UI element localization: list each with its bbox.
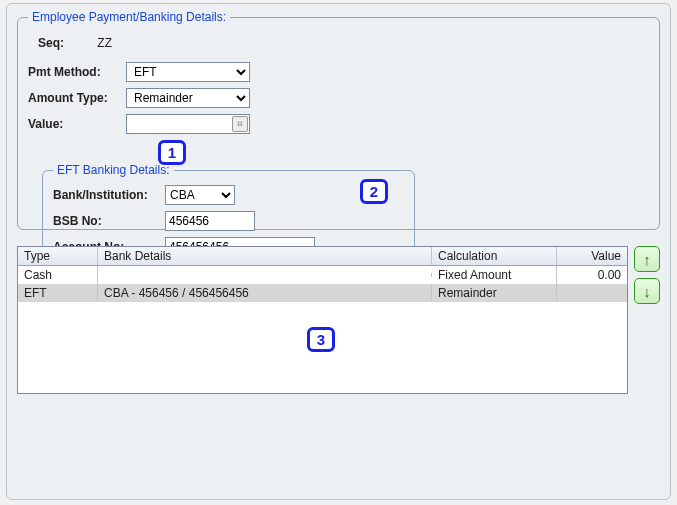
- amount-type-label: Amount Type:: [28, 91, 126, 105]
- bsb-input[interactable]: [165, 211, 255, 231]
- move-down-button[interactable]: ↓: [634, 278, 660, 304]
- col-value[interactable]: Value: [557, 247, 627, 265]
- badge-3: 3: [307, 327, 335, 352]
- cell-type: Cash: [18, 266, 98, 284]
- cell-type: EFT: [18, 284, 98, 302]
- value-label: Value:: [28, 117, 126, 131]
- seq-row: Seq: ZZ: [38, 36, 649, 50]
- arrow-up-icon: ↑: [643, 251, 651, 268]
- seq-value: ZZ: [97, 36, 112, 50]
- table-row[interactable]: EFTCBA - 456456 / 456456456Remainder: [18, 284, 627, 302]
- payment-form-left: Pmt Method: EFT Amount Type: Remainder V…: [28, 62, 274, 169]
- move-up-button[interactable]: ↑: [634, 246, 660, 272]
- grid-body: CashFixed Amount0.00EFTCBA - 456456 / 45…: [18, 266, 627, 302]
- arrow-down-icon: ↓: [643, 283, 651, 300]
- cell-calc: Remainder: [432, 284, 557, 302]
- payments-grid[interactable]: Type Bank Details Calculation Value Cash…: [17, 246, 628, 394]
- cell-calc: Fixed Amount: [432, 266, 557, 284]
- cell-bank: CBA - 456456 / 456456456: [98, 284, 432, 302]
- badge-2: 2: [360, 179, 388, 204]
- amount-type-select[interactable]: Remainder: [126, 88, 250, 108]
- col-type[interactable]: Type: [18, 247, 98, 265]
- eft-legend: EFT Banking Details:: [53, 163, 174, 177]
- cell-bank: [98, 273, 432, 277]
- bank-label: Bank/Institution:: [53, 188, 165, 202]
- table-row[interactable]: CashFixed Amount0.00: [18, 266, 627, 284]
- grid-header: Type Bank Details Calculation Value: [18, 247, 627, 266]
- payments-table-wrap: Type Bank Details Calculation Value Cash…: [17, 246, 660, 394]
- bank-select[interactable]: CBA: [165, 185, 235, 205]
- cell-value: 0.00: [557, 266, 627, 284]
- col-calc[interactable]: Calculation: [432, 247, 557, 265]
- bsb-label: BSB No:: [53, 214, 165, 228]
- pmt-method-label: Pmt Method:: [28, 65, 126, 79]
- calculator-icon[interactable]: ⌗: [232, 116, 248, 132]
- cell-value: [557, 291, 627, 295]
- col-bank[interactable]: Bank Details: [98, 247, 432, 265]
- main-legend: Employee Payment/Banking Details:: [28, 10, 230, 24]
- employee-payment-banking-fieldset: Employee Payment/Banking Details: Seq: Z…: [17, 10, 660, 230]
- badge-1: 1: [158, 140, 186, 165]
- pmt-method-select[interactable]: EFT: [126, 62, 250, 82]
- seq-label: Seq:: [38, 36, 84, 50]
